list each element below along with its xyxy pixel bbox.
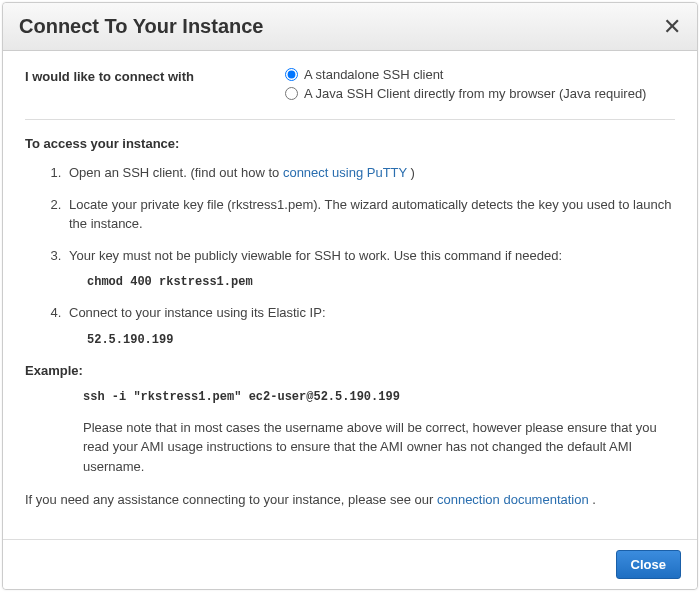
- connect-method-radio-group: A standalone SSH client A Java SSH Clien…: [285, 67, 675, 105]
- ssh-command: ssh -i "rkstress1.pem" ec2-user@52.5.190…: [83, 390, 675, 404]
- access-heading: To access your instance:: [25, 136, 675, 151]
- example-label: Example:: [25, 363, 675, 378]
- radio-standalone-ssh[interactable]: A standalone SSH client: [285, 67, 675, 82]
- step-1-suffix: ): [411, 165, 415, 180]
- radio-java-label: A Java SSH Client directly from my brows…: [304, 86, 646, 101]
- steps-list: Open an SSH client. (find out how to con…: [65, 163, 675, 349]
- connect-instance-dialog: Connect To Your Instance ✕ I would like …: [2, 2, 698, 590]
- step-3-text: Your key must not be publicly viewable f…: [69, 248, 562, 263]
- dialog-content: I would like to connect with A standalon…: [3, 51, 697, 539]
- radio-standalone-label: A standalone SSH client: [304, 67, 443, 82]
- chmod-command: chmod 400 rkstress1.pem: [87, 273, 675, 291]
- step-4-text: Connect to your instance using its Elast…: [69, 305, 326, 320]
- step-1: Open an SSH client. (find out how to con…: [65, 163, 675, 183]
- radio-java-ssh[interactable]: A Java SSH Client directly from my brows…: [285, 86, 675, 101]
- assist-suffix: .: [592, 492, 596, 507]
- connect-method-label: I would like to connect with: [25, 67, 285, 84]
- step-4: Connect to your instance using its Elast…: [65, 303, 675, 349]
- close-button[interactable]: Close: [616, 550, 681, 579]
- dialog-title: Connect To Your Instance: [19, 15, 263, 38]
- putty-link[interactable]: connect using PuTTY: [283, 165, 407, 180]
- username-note: Please note that in most cases the usern…: [83, 418, 675, 477]
- radio-java-input[interactable]: [285, 87, 298, 100]
- assist-prefix: If you need any assistance connecting to…: [25, 492, 437, 507]
- step-1-prefix: Open an SSH client. (find out how to: [69, 165, 283, 180]
- connection-docs-link[interactable]: connection documentation: [437, 492, 589, 507]
- connect-method-row: I would like to connect with A standalon…: [25, 67, 675, 105]
- step-2: Locate your private key file (rkstress1.…: [65, 195, 675, 234]
- assistance-text: If you need any assistance connecting to…: [25, 490, 675, 510]
- step-3: Your key must not be publicly viewable f…: [65, 246, 675, 292]
- divider: [25, 119, 675, 120]
- close-icon[interactable]: ✕: [663, 16, 681, 38]
- dialog-header: Connect To Your Instance ✕: [3, 3, 697, 51]
- radio-standalone-input[interactable]: [285, 68, 298, 81]
- example-block: ssh -i "rkstress1.pem" ec2-user@52.5.190…: [83, 390, 675, 477]
- dialog-footer: Close: [3, 539, 697, 589]
- elastic-ip: 52.5.190.199: [87, 331, 675, 349]
